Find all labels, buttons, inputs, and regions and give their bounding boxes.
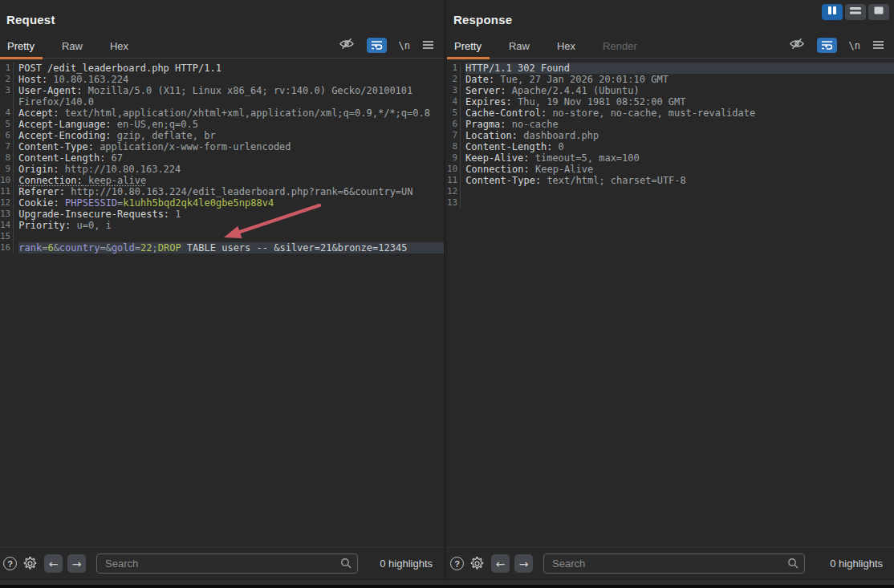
code-line[interactable] xyxy=(18,231,444,242)
editor-line[interactable]: 6Accept-Encoding: gzip, deflate, br xyxy=(0,130,444,141)
code-token: Content-Type: xyxy=(465,175,541,186)
eye-slash-icon[interactable] xyxy=(339,38,355,53)
code-line[interactable]: rank=6&country=&gold=22;DROP TABLE users… xyxy=(18,242,444,253)
code-line[interactable] xyxy=(465,186,894,197)
request-search-input[interactable] xyxy=(96,554,358,574)
response-tab-pretty[interactable]: Pretty xyxy=(447,36,490,58)
code-token: Host: xyxy=(18,74,47,85)
help-icon[interactable]: ? xyxy=(3,557,17,570)
request-tab-raw[interactable]: Raw xyxy=(54,36,91,58)
code-line[interactable]: Referer: http://10.80.163.224/edit_leade… xyxy=(18,186,444,197)
search-prev-button[interactable]: ← xyxy=(44,554,63,573)
code-line[interactable]: Cookie: PHPSESSID=k1uhh5bqd2qk4le0gbe5np… xyxy=(18,197,444,209)
editor-line[interactable]: 7Content-Type: application/x-www-form-ur… xyxy=(0,141,444,152)
code-line[interactable]: Expires: Thu, 19 Nov 1981 08:52:00 GMT xyxy=(465,96,894,107)
editor-line[interactable]: 4Accept: text/html,application/xhtml+xml… xyxy=(0,107,444,119)
code-token: Content-Length: xyxy=(465,141,552,152)
code-line[interactable]: Accept-Language: en-US,en;q=0.5 xyxy=(18,119,444,130)
code-line[interactable]: Server: Apache/2.4.41 (Ubuntu) xyxy=(465,85,894,96)
editor-menu-icon[interactable] xyxy=(422,39,434,53)
editor-line[interactable]: 3User-Agent: Mozilla/5.0 (X11; Linux x86… xyxy=(0,85,444,96)
code-line[interactable]: Content-Type: text/html; charset=UTF-8 xyxy=(465,175,894,186)
editor-line[interactable]: 15 xyxy=(0,231,444,242)
window-bottom-strip xyxy=(0,579,894,585)
editor-menu-icon[interactable] xyxy=(872,39,884,53)
code-line[interactable]: HTTP/1.1 302 Found xyxy=(465,63,894,74)
layout-rows-button[interactable] xyxy=(845,4,866,20)
code-token: POST /edit_leaderboard.php HTTP/1.1 xyxy=(18,63,221,74)
editor-line[interactable]: 13Upgrade-Insecure-Requests: 1 xyxy=(0,209,444,220)
editor-line[interactable]: 11Referer: http://10.80.163.224/edit_lea… xyxy=(0,186,444,197)
editor-line[interactable]: 6Pragma: no-cache xyxy=(447,119,894,130)
editor-line[interactable]: 11Content-Type: text/html; charset=UTF-8 xyxy=(447,175,894,186)
soft-wrap-button[interactable] xyxy=(367,38,387,53)
code-token: Thu, 19 Nov 1981 08:52:00 GMT xyxy=(512,96,686,107)
editor-line[interactable]: 14Priority: u=0, i xyxy=(0,220,444,231)
editor-line[interactable]: 2Date: Tue, 27 Jan 2026 20:01:10 GMT xyxy=(447,74,894,85)
editor-line[interactable]: 16rank=6&country=&gold=22;DROP TABLE use… xyxy=(0,242,444,253)
code-line[interactable]: Connection: keep-alive xyxy=(18,175,444,186)
editor-line[interactable]: 1POST /edit_leaderboard.php HTTP/1.1 xyxy=(0,63,444,74)
newline-toggle[interactable]: \n xyxy=(399,40,410,51)
code-line[interactable]: Firefox/140.0 xyxy=(18,96,444,107)
help-icon[interactable]: ? xyxy=(450,557,464,570)
eye-slash-icon[interactable] xyxy=(789,38,805,53)
code-line[interactable]: Connection: Keep-Alive xyxy=(465,164,894,175)
code-line[interactable]: Pragma: no-cache xyxy=(465,119,894,130)
code-line[interactable]: Keep-Alive: timeout=5, max=100 xyxy=(465,152,894,164)
search-prev-button[interactable]: ← xyxy=(491,554,510,573)
editor-line[interactable]: 8Content-Length: 0 xyxy=(447,141,894,152)
editor-line[interactable]: 12 xyxy=(447,186,894,197)
response-panel: Response Pretty Raw Hex Render xyxy=(447,0,894,579)
editor-line[interactable]: 12Cookie: PHPSESSID=k1uhh5bqd2qk4le0gbe5… xyxy=(0,197,444,209)
code-line[interactable]: Host: 10.80.163.224 xyxy=(18,74,444,85)
columns-layout-icon xyxy=(825,5,839,19)
code-line[interactable]: POST /edit_leaderboard.php HTTP/1.1 xyxy=(18,63,444,74)
code-line[interactable]: Content-Length: 0 xyxy=(465,141,894,152)
request-tab-pretty[interactable]: Pretty xyxy=(0,36,43,58)
newline-toggle[interactable]: \n xyxy=(849,40,860,51)
code-line[interactable]: Accept: text/html,application/xhtml+xml,… xyxy=(18,107,444,119)
editor-line[interactable]: 1HTTP/1.1 302 Found xyxy=(447,63,894,74)
response-search-input[interactable] xyxy=(543,554,805,574)
code-line[interactable]: Content-Length: 67 xyxy=(18,152,444,164)
editor-line[interactable]: 8Content-Length: 67 xyxy=(0,152,444,164)
line-number: 9 xyxy=(447,152,461,164)
request-tab-hex[interactable]: Hex xyxy=(102,36,136,58)
code-line[interactable]: Content-Type: application/x-www-form-url… xyxy=(18,141,444,152)
response-tab-raw[interactable]: Raw xyxy=(501,36,538,58)
layout-single-button[interactable] xyxy=(868,4,889,20)
code-token: Pragma: xyxy=(465,119,506,130)
code-line[interactable] xyxy=(465,197,894,209)
layout-controls xyxy=(822,4,889,20)
code-line[interactable]: Accept-Encoding: gzip, deflate, br xyxy=(18,130,444,141)
code-line[interactable]: Origin: http://10.80.163.224 xyxy=(18,164,444,175)
code-line[interactable]: Upgrade-Insecure-Requests: 1 xyxy=(18,209,444,220)
response-tab-hex[interactable]: Hex xyxy=(549,36,583,58)
code-line[interactable]: User-Agent: Mozilla/5.0 (X11; Linux x86_… xyxy=(18,85,444,96)
code-line[interactable]: Date: Tue, 27 Jan 2026 20:01:10 GMT xyxy=(465,74,894,85)
gear-icon[interactable] xyxy=(22,556,38,571)
code-line[interactable]: Cache-Control: no-store, no-cache, must-… xyxy=(465,107,894,119)
editor-line[interactable]: 3Server: Apache/2.4.41 (Ubuntu) xyxy=(447,85,894,96)
editor-line[interactable]: 5Cache-Control: no-store, no-cache, must… xyxy=(447,107,894,119)
code-line[interactable]: Location: dashboard.php xyxy=(465,130,894,141)
editor-line[interactable]: 10Connection: Keep-Alive xyxy=(447,164,894,175)
editor-line[interactable]: 2Host: 10.80.163.224 xyxy=(0,74,444,85)
search-next-button[interactable]: → xyxy=(514,554,533,573)
soft-wrap-button[interactable] xyxy=(817,38,837,53)
search-next-button[interactable]: → xyxy=(67,554,86,573)
editor-line[interactable]: 10Connection: keep-alive xyxy=(0,175,444,186)
editor-line[interactable]: 7Location: dashboard.php xyxy=(447,130,894,141)
editor-line[interactable]: 9Keep-Alive: timeout=5, max=100 xyxy=(447,152,894,164)
layout-columns-button[interactable] xyxy=(822,4,843,20)
editor-line[interactable]: 4Expires: Thu, 19 Nov 1981 08:52:00 GMT xyxy=(447,96,894,107)
editor-line[interactable]: Firefox/140.0 xyxy=(0,96,444,107)
response-editor[interactable]: 1HTTP/1.1 302 Found2Date: Tue, 27 Jan 20… xyxy=(447,59,894,547)
request-editor[interactable]: 1POST /edit_leaderboard.php HTTP/1.12Hos… xyxy=(0,59,444,547)
editor-line[interactable]: 9Origin: http://10.80.163.224 xyxy=(0,164,444,175)
editor-line[interactable]: 13 xyxy=(447,197,894,209)
code-line[interactable]: Priority: u=0, i xyxy=(18,220,444,231)
editor-line[interactable]: 5Accept-Language: en-US,en;q=0.5 xyxy=(0,119,444,130)
gear-icon[interactable] xyxy=(469,556,485,571)
